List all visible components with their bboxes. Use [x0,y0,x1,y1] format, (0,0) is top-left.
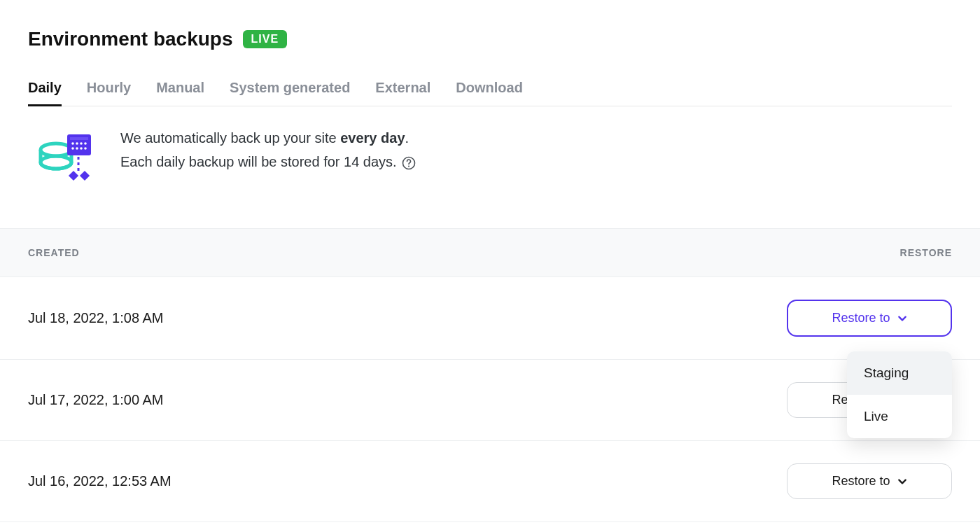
tab-hourly[interactable]: Hourly [87,80,131,106]
svg-point-11 [80,147,83,150]
chevron-down-icon [897,477,907,486]
svg-rect-4 [70,137,88,140]
dropdown-item-staging[interactable]: Staging [847,351,952,395]
dropdown-item-live[interactable]: Live [847,395,952,438]
backup-date: Jul 16, 2022, 12:53 AM [28,473,172,489]
tab-daily[interactable]: Daily [28,80,62,106]
backup-date: Jul 18, 2022, 1:08 AM [28,310,163,326]
restore-dropdown: Staging Live [847,351,952,438]
svg-rect-14 [80,171,90,181]
svg-point-9 [71,147,74,150]
svg-point-8 [84,142,87,145]
tab-download[interactable]: Download [456,80,523,106]
chevron-down-icon [897,314,907,323]
backup-date: Jul 17, 2022, 1:00 AM [28,392,163,408]
help-icon[interactable] [402,156,416,170]
table-row: Jul 16, 2022, 12:53 AM Restore to [0,441,980,522]
backup-schedule-icon [35,126,95,186]
info-line1-bold: every day [340,130,405,146]
svg-point-12 [84,147,87,150]
col-created: CREATED [28,247,80,258]
table-row: Jul 17, 2022, 1:00 AM Restore to [0,360,980,441]
info-line1-post: . [405,130,410,146]
svg-point-0 [41,144,71,156]
restore-label: Restore to [832,311,890,326]
restore-label: Restore to [832,474,890,489]
svg-point-7 [80,142,83,145]
table-header: CREATED RESTORE [0,228,980,277]
svg-point-1 [41,156,71,169]
svg-rect-13 [69,171,78,181]
restore-to-button[interactable]: Restore to [787,463,952,499]
info-text: We automatically back up your site every… [120,126,416,174]
table-row: Jul 18, 2022, 1:08 AM Restore to Staging… [0,277,980,360]
info-panel: We automatically back up your site every… [28,106,952,228]
page-title: Environment backups [28,28,233,50]
svg-point-5 [71,142,74,145]
restore-to-button[interactable]: Restore to [787,300,952,337]
svg-point-6 [76,142,78,145]
svg-point-16 [408,165,410,167]
info-line2: Each daily backup will be stored for 14 … [120,154,397,169]
info-line1-pre: We automatically back up your site [120,130,340,146]
svg-rect-3 [70,140,88,153]
tabs: Daily Hourly Manual System generated Ext… [28,80,952,106]
svg-point-10 [76,147,78,150]
col-restore: RESTORE [900,247,952,258]
env-badge-live: LIVE [243,30,288,48]
tab-external[interactable]: External [375,80,430,106]
header: Environment backups LIVE [28,28,952,50]
tab-system-generated[interactable]: System generated [230,80,350,106]
tab-manual[interactable]: Manual [156,80,204,106]
